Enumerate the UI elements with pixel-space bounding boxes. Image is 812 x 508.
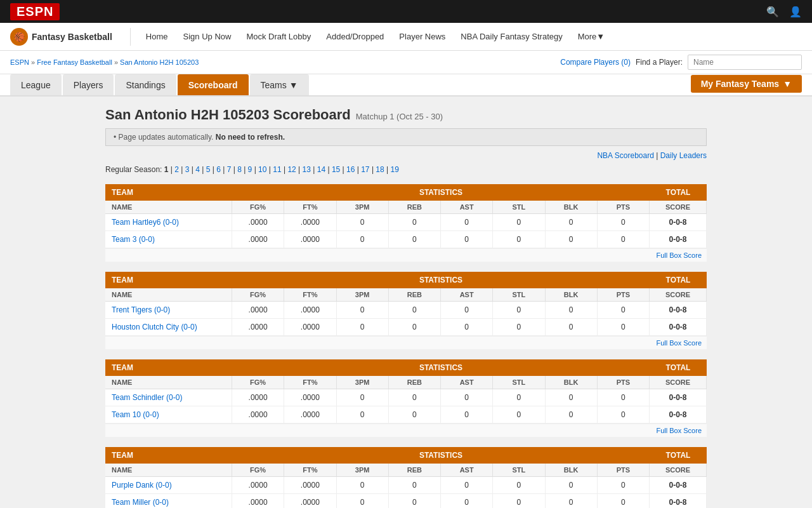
- week-6-link[interactable]: 6: [216, 165, 221, 174]
- stat-cell: .0000: [232, 231, 284, 248]
- week-19-link[interactable]: 19: [391, 165, 399, 174]
- team-column-header: TEAM: [105, 359, 232, 376]
- sub-header-stl: STL: [493, 376, 545, 389]
- stat-cell: 0: [546, 231, 598, 248]
- week-15-link[interactable]: 15: [332, 165, 340, 174]
- week-4-link[interactable]: 4: [195, 165, 200, 174]
- team-link[interactable]: Team 3 (0-0): [112, 235, 155, 244]
- team-name-cell[interactable]: Team Miller (0-0): [105, 494, 232, 508]
- team-link[interactable]: Houston Clutch City (0-0): [112, 323, 197, 331]
- team-name-cell[interactable]: Team 10 (0-0): [105, 406, 232, 423]
- stat-cell: 0: [337, 406, 389, 423]
- daily-leaders-link[interactable]: Daily Leaders: [660, 151, 707, 160]
- week-7-link[interactable]: 7: [227, 165, 232, 174]
- sub-header-blk: BLK: [546, 201, 598, 213]
- tab-league[interactable]: League: [10, 74, 62, 95]
- breadcrumb-fantasy-basketball[interactable]: Free Fantasy Basketball: [37, 58, 112, 66]
- full-box-score-link[interactable]: Full Box Score: [656, 251, 702, 259]
- tab-teams[interactable]: Teams ▼: [250, 74, 309, 95]
- tab-standings[interactable]: Standings: [115, 74, 176, 95]
- week-13-link[interactable]: 13: [303, 165, 311, 174]
- matchup-label: Matchup 1 (Oct 25 - 30): [356, 112, 443, 121]
- team-link[interactable]: Team 10 (0-0): [112, 410, 159, 419]
- sub-nav-player-news[interactable]: Player News: [391, 23, 453, 51]
- stat-cell: .0000: [284, 406, 336, 423]
- sub-header-fg%: FG%: [232, 376, 284, 389]
- week-8-link[interactable]: 8: [237, 165, 242, 174]
- top-bar-right: 🔍 👤: [766, 6, 802, 18]
- sub-header-stl: STL: [493, 464, 545, 476]
- stat-cell: .0000: [232, 214, 284, 231]
- find-player-input[interactable]: [688, 55, 802, 70]
- statistics-column-header: STATISTICS: [232, 184, 650, 201]
- tab-scoreboard[interactable]: Scoreboard: [178, 74, 249, 95]
- stat-cell: 0: [493, 319, 545, 335]
- sub-nav-mock-draft[interactable]: Mock Draft Lobby: [239, 23, 318, 51]
- stat-cell: .0000: [232, 319, 284, 335]
- statistics-column-header: STATISTICS: [232, 447, 650, 464]
- week-2-link[interactable]: 2: [174, 165, 179, 174]
- sub-nav-daily-fantasy[interactable]: NBA Daily Fantasy Strategy: [453, 23, 570, 51]
- week-18-link[interactable]: 18: [376, 165, 384, 174]
- week-5-link[interactable]: 5: [206, 165, 211, 174]
- stat-cell: .0000: [284, 389, 336, 406]
- profile-icon[interactable]: 👤: [789, 6, 802, 18]
- team-link[interactable]: Team Hartley6 (0-0): [112, 218, 179, 227]
- search-icon[interactable]: 🔍: [766, 6, 779, 18]
- sub-nav-home[interactable]: Home: [138, 23, 176, 51]
- stat-cell: 0: [598, 231, 650, 248]
- breadcrumb-espn[interactable]: ESPN: [10, 58, 29, 66]
- stat-cell: 0: [598, 494, 650, 508]
- team-name-cell[interactable]: Team Schindler (0-0): [105, 389, 232, 406]
- stat-cell: 0-0-8: [650, 406, 707, 423]
- matchup-block-3: TEAMSTATISTICSTOTALNAMEFG%FT%3PMREBASTST…: [105, 359, 707, 437]
- my-fantasy-teams-button[interactable]: My Fantasy Teams ▼: [691, 75, 802, 93]
- sub-nav-more[interactable]: More ▼: [570, 23, 613, 51]
- full-box-score-link[interactable]: Full Box Score: [656, 339, 702, 347]
- table-row: Team Schindler (0-0).0000.00000000000-0-…: [105, 389, 707, 406]
- week-16-link[interactable]: 16: [346, 165, 355, 174]
- chevron-down-icon: ▼: [289, 80, 298, 90]
- stat-cell: .0000: [284, 214, 336, 231]
- sub-header-name: NAME: [105, 464, 232, 476]
- team-link[interactable]: Purple Dank (0-0): [112, 481, 172, 490]
- week-3-link[interactable]: 3: [185, 165, 190, 174]
- team-name-cell[interactable]: Team 3 (0-0): [105, 231, 232, 248]
- fantasy-basketball-label[interactable]: Fantasy Basketball: [32, 32, 112, 42]
- sub-nav-signup[interactable]: Sign Up Now: [176, 23, 239, 51]
- stat-cell: 0: [441, 494, 493, 508]
- nba-scoreboard-link[interactable]: NBA Scoreboard: [597, 151, 653, 160]
- team-name-cell[interactable]: Houston Clutch City (0-0): [105, 319, 232, 335]
- stat-cell: 0: [598, 214, 650, 231]
- team-name-cell[interactable]: Trent Tigers (0-0): [105, 302, 232, 318]
- week-10-link[interactable]: 10: [258, 165, 266, 174]
- stat-cell: 0: [493, 477, 545, 493]
- breadcrumb-league[interactable]: San Antonio H2H 105203: [120, 58, 199, 66]
- team-link[interactable]: Trent Tigers (0-0): [112, 305, 170, 314]
- table-row: Team Hartley6 (0-0).0000.00000000000-0-8: [105, 214, 707, 231]
- full-box-score-link[interactable]: Full Box Score: [656, 427, 702, 434]
- team-link[interactable]: Team Schindler (0-0): [112, 393, 182, 402]
- week-1: 1: [164, 165, 169, 174]
- week-12-link[interactable]: 12: [287, 165, 296, 174]
- sub-nav-added-dropped[interactable]: Added/Dropped: [318, 23, 391, 51]
- stats-sub-header: NAMEFG%FT%3PMREBASTSTLBLKPTSSCORE: [105, 288, 707, 302]
- compare-players-link[interactable]: Compare Players (0): [560, 58, 631, 67]
- tab-players[interactable]: Players: [63, 74, 114, 95]
- stat-cell: 0: [493, 302, 545, 318]
- week-9-link[interactable]: 9: [248, 165, 252, 174]
- sub-header-ast: AST: [441, 376, 493, 389]
- team-link[interactable]: Team Miller (0-0): [112, 498, 169, 507]
- team-name-cell[interactable]: Team Hartley6 (0-0): [105, 214, 232, 231]
- team-name-cell[interactable]: Purple Dank (0-0): [105, 477, 232, 493]
- scoreboard-links: NBA Scoreboard | Daily Leaders: [105, 151, 707, 160]
- sub-header-blk: BLK: [546, 464, 598, 476]
- sub-header-name: NAME: [105, 288, 232, 301]
- stat-cell: 0: [389, 302, 441, 318]
- week-11-link[interactable]: 11: [273, 165, 281, 174]
- week-17-link[interactable]: 17: [361, 165, 369, 174]
- sub-header-ast: AST: [441, 464, 493, 476]
- week-14-link[interactable]: 14: [317, 165, 325, 174]
- sub-header-score: SCORE: [650, 376, 707, 389]
- espn-logo[interactable]: ESPN: [10, 3, 60, 20]
